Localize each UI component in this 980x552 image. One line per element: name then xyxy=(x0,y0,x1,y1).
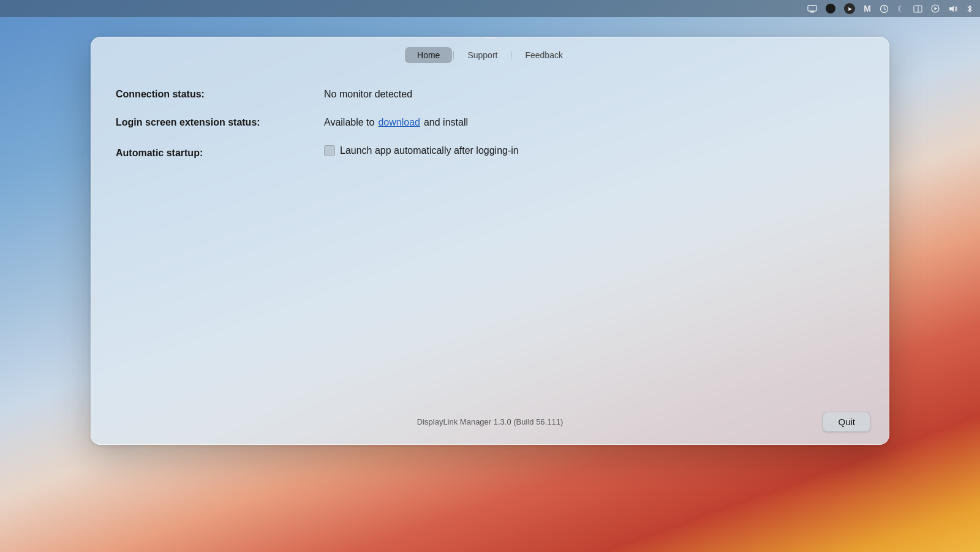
svg-marker-9 xyxy=(935,7,938,10)
black-circle-icon[interactable] xyxy=(826,4,835,13)
version-text: DisplayLink Manager 1.3.0 (Build 56.111) xyxy=(363,417,617,426)
automatic-startup-label: Automatic startup: xyxy=(116,148,324,159)
automatic-startup-row: Automatic startup: Launch app automatica… xyxy=(116,145,864,159)
popup-window: Home Support Feedback Connection status:… xyxy=(91,37,889,445)
focus-moon-icon[interactable]: ☾ xyxy=(897,4,905,13)
window-manager-icon[interactable] xyxy=(913,5,922,13)
connection-status-value: No monitor detected xyxy=(324,89,412,100)
tab-separator-1 xyxy=(453,51,454,59)
connection-status-label: Connection status: xyxy=(116,89,324,100)
download-link[interactable]: download xyxy=(378,117,420,128)
login-extension-value: Available to download and install xyxy=(324,117,468,128)
monitor-icon[interactable] xyxy=(807,5,817,13)
popup-caret xyxy=(483,37,497,39)
svg-line-5 xyxy=(884,9,886,10)
tab-feedback[interactable]: Feedback xyxy=(513,47,575,63)
tab-separator-2 xyxy=(511,51,511,59)
quit-button[interactable]: Quit xyxy=(823,412,870,432)
login-extension-prefix: Available to xyxy=(324,117,374,128)
location-arrow-icon[interactable]: ➤ xyxy=(844,3,855,14)
screen-recorder-icon[interactable] xyxy=(931,4,940,13)
login-extension-row: Login screen extension status: Available… xyxy=(116,117,864,128)
menubar: ➤ M ☾ xyxy=(0,0,980,17)
malwarebytes-icon[interactable]: M xyxy=(864,4,871,13)
svg-marker-10 xyxy=(949,6,954,12)
bluetooth-icon[interactable] xyxy=(967,4,973,13)
tab-home[interactable]: Home xyxy=(405,47,452,63)
auto-startup-checkbox-container: Launch app automatically after logging-i… xyxy=(324,145,519,156)
volume-icon[interactable] xyxy=(948,5,958,13)
footer: DisplayLink Manager 1.3.0 (Build 56.111)… xyxy=(91,403,889,444)
auto-startup-checkbox[interactable] xyxy=(324,145,335,156)
content-area: Connection status: No monitor detected L… xyxy=(91,70,889,403)
time-machine-icon[interactable] xyxy=(880,4,889,13)
tab-support[interactable]: Support xyxy=(455,47,510,63)
login-extension-suffix: and install xyxy=(424,117,468,128)
svg-rect-0 xyxy=(808,6,816,11)
tab-bar: Home Support Feedback xyxy=(91,37,889,70)
auto-startup-text: Launch app automatically after logging-i… xyxy=(340,145,519,156)
login-extension-label: Login screen extension status: xyxy=(116,117,324,128)
automatic-startup-value: Launch app automatically after logging-i… xyxy=(324,145,519,156)
connection-status-row: Connection status: No monitor detected xyxy=(116,89,864,100)
